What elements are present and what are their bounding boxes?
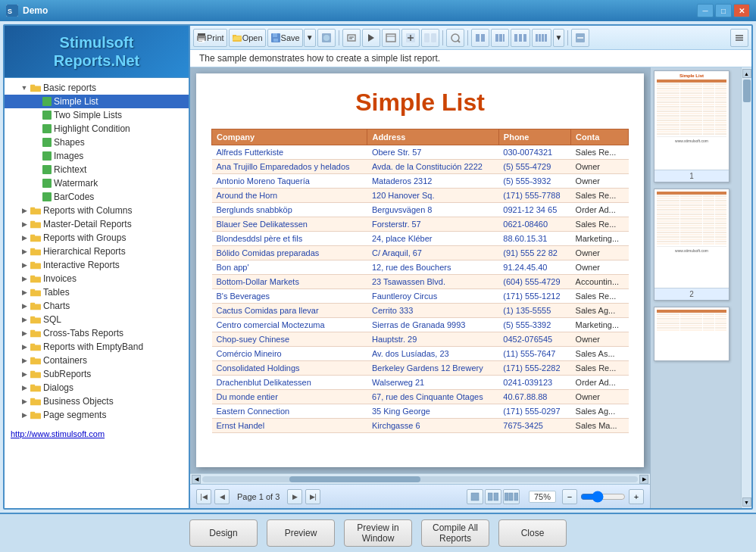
toolbar-btn-2[interactable] [362, 29, 380, 47]
sidebar-item-reports-with-groups[interactable]: ▶ Reports with Groups [5, 231, 189, 245]
sidebar-item-charts[interactable]: ▶ Charts [5, 299, 189, 313]
save-dropdown[interactable]: Save ▼ [267, 29, 316, 47]
spacer-icon [32, 97, 41, 106]
toolbar-btn-3[interactable] [382, 29, 400, 47]
scroll-thumb [289, 476, 420, 482]
design-button[interactable]: Design [189, 519, 258, 547]
toolbar-btn-7[interactable] [471, 29, 489, 47]
toolbar-btn-9[interactable] [511, 29, 530, 47]
toolbar-btn-5[interactable] [421, 29, 439, 47]
sidebar-item-images[interactable]: Images [5, 149, 189, 163]
open-button[interactable]: Open [229, 29, 266, 47]
sidebar-item-richtext[interactable]: Richtext [5, 163, 189, 176]
compile-all-button[interactable]: Compile All Reports [421, 519, 489, 547]
zoom-label: 75% [529, 491, 556, 503]
toolbar-separator-2 [442, 30, 443, 45]
zoom-out-button[interactable]: − [562, 489, 577, 504]
thumbnail-1[interactable]: Simple List [654, 70, 729, 182]
svg-rect-25 [30, 344, 35, 346]
sidebar-item-basic-reports[interactable]: ▼ Basic reports [5, 81, 189, 95]
sidebar-item-shapes[interactable]: Shapes [5, 136, 189, 149]
sidebar-item-dialogs[interactable]: ▶ Dialogs [5, 381, 189, 395]
scroll-up-button[interactable]: ▲ [742, 69, 751, 78]
toolbar-btn-8[interactable] [491, 29, 509, 47]
thumbnail-2[interactable]: www.stimulsoft.com 2 [654, 189, 729, 301]
toolbar-btn-extra[interactable] [317, 29, 336, 47]
scroll-down-button[interactable]: ▼ [742, 497, 751, 507]
report-content: Simple List Company Address Phone Conta [190, 67, 650, 473]
file-icon [42, 111, 52, 120]
description-bar: The sample demonstrates how to create a … [190, 50, 751, 67]
toolbar-btn-1[interactable] [342, 29, 361, 47]
horizontal-scrollbar[interactable]: ◀ ▶ [190, 473, 650, 484]
svg-rect-81 [505, 493, 508, 501]
table-row: Bólido Comidas preparadasC/ Araquil, 67(… [212, 246, 629, 260]
save-dropdown-arrow[interactable]: ▼ [304, 29, 316, 47]
folder-icon [30, 274, 41, 283]
save-button[interactable]: Save [267, 29, 303, 47]
viewer-area: Simple List Company Address Phone Conta [190, 67, 751, 508]
sidebar-item-simple-list[interactable]: Simple List [5, 95, 189, 108]
thumbnail-3[interactable] [654, 307, 729, 361]
sidebar-item-label: Reports with Columns [43, 205, 132, 216]
sidebar-item-reports-emptyband[interactable]: ▶ Reports with EmptyBand [5, 340, 189, 354]
sidebar-item-subreports[interactable]: ▶ SubReports [5, 367, 189, 381]
svg-point-47 [323, 35, 330, 41]
first-page-button[interactable]: |◀ [196, 489, 211, 504]
sidebar-item-page-segments[interactable]: ▶ Page segments [5, 408, 189, 422]
sidebar-item-hierarchical-reports[interactable]: ▶ Hierarchical Reports [5, 245, 189, 258]
svg-rect-15 [30, 276, 35, 278]
last-page-button[interactable]: ▶| [305, 489, 320, 504]
sidebar-item-interactive-reports[interactable]: ▶ Interactive Reports [5, 258, 189, 272]
sidebar-item-two-simple-lists[interactable]: Two Simple Lists [5, 108, 189, 122]
preview-button[interactable]: Preview [267, 519, 335, 547]
sidebar-item-highlight-condition[interactable]: Highlight Condition [5, 122, 189, 136]
preview-in-window-button[interactable]: Preview in Window [344, 519, 412, 547]
sidebar-item-cross-tabs[interactable]: ▶ Cross-Tabs Reports [5, 326, 189, 340]
view-double-button[interactable] [485, 489, 501, 504]
toolbar-btn-4[interactable] [401, 29, 420, 47]
maximize-button[interactable]: □ [715, 4, 732, 17]
svg-rect-10 [30, 249, 41, 255]
vertical-scrollbar[interactable]: ▲ ▼ [741, 67, 751, 508]
table-row: Berglunds snabbköpBerguvsvägen 80921-12 … [212, 203, 629, 217]
scroll-left-button[interactable]: ◀ [192, 475, 201, 484]
sidebar-item-label: Containers [43, 355, 87, 366]
sidebar-item-watermark[interactable]: Watermark [5, 176, 189, 190]
app-icon: S [6, 5, 18, 17]
view-triple-button[interactable] [503, 489, 520, 504]
toolbar-btn-10[interactable] [532, 29, 551, 47]
scroll-track [202, 476, 638, 482]
folder-icon [30, 315, 41, 324]
svg-rect-24 [30, 345, 41, 351]
open-label: Open [242, 33, 263, 42]
toolbar-options-button[interactable] [730, 29, 748, 47]
sidebar-item-containers[interactable]: ▶ Containers [5, 354, 189, 367]
spacer-icon [32, 124, 41, 133]
next-page-button[interactable]: ▶ [287, 489, 302, 504]
minimize-button[interactable]: ─ [697, 4, 714, 17]
sidebar-item-master-detail[interactable]: ▶ Master-Detail Reports [5, 217, 189, 231]
svg-rect-80 [494, 493, 498, 501]
zoom-in-button[interactable]: + [629, 489, 644, 504]
scroll-right-button[interactable]: ▶ [639, 475, 648, 484]
sidebar-item-reports-with-columns[interactable]: ▶ Reports with Columns [5, 204, 189, 217]
view-single-button[interactable] [467, 489, 483, 504]
toolbar-btn-dropdown[interactable]: ▼ [553, 29, 565, 47]
footer-link[interactable]: http://www.stimulsoft.com [5, 425, 189, 443]
sidebar-item-sql[interactable]: ▶ SQL [5, 313, 189, 326]
expand-icon: ▶ [20, 329, 29, 338]
zoom-slider[interactable] [580, 492, 626, 501]
toolbar-btn-6[interactable] [446, 29, 464, 47]
view-buttons [467, 489, 520, 504]
toolbar-btn-11[interactable] [571, 29, 589, 47]
close-button[interactable]: Close [498, 519, 567, 547]
table-row: Bon app'12, rue des Bouchers91.24.45.40O… [212, 260, 629, 275]
sidebar-item-invoices[interactable]: ▶ Invoices [5, 272, 189, 285]
print-button[interactable]: Print [193, 29, 227, 47]
sidebar-item-barcodes[interactable]: BarCodes [5, 190, 189, 204]
sidebar-item-tables[interactable]: ▶ Tables [5, 285, 189, 299]
prev-page-button[interactable]: ◀ [214, 489, 230, 504]
close-button[interactable]: ✕ [733, 4, 750, 17]
sidebar-item-business-objects[interactable]: ▶ Business Objects [5, 395, 189, 408]
